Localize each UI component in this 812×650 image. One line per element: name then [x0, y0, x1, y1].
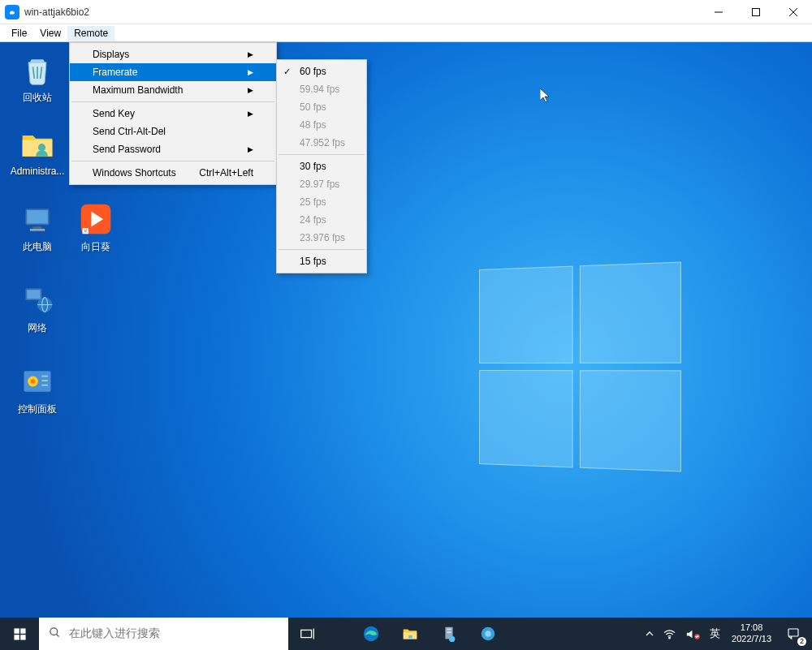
svg-point-17	[31, 379, 36, 384]
tray-time: 17:08	[741, 622, 763, 634]
notif-badge: 2	[797, 637, 806, 646]
submenu-arrow-icon: ▶	[248, 68, 253, 76]
svg-rect-13	[27, 290, 40, 299]
menu-separator	[71, 101, 274, 102]
tray-clock[interactable]: 17:08 2022/7/13	[725, 622, 778, 645]
taskbar-explorer[interactable]	[391, 618, 430, 650]
icon-label: 回收站	[23, 91, 52, 105]
svg-rect-42	[788, 629, 798, 636]
svg-point-37	[485, 631, 490, 636]
menu-item-maximum-bandwidth[interactable]: Maximum Bandwidth▶	[70, 81, 276, 99]
menu-separator	[279, 154, 365, 155]
svg-point-25	[50, 628, 58, 635]
folder-user-icon	[19, 127, 55, 162]
framerate-option: 29.97 fps	[277, 175, 366, 193]
pc-icon	[19, 201, 55, 237]
shortcut-label: Ctrl+Alt+Left	[199, 167, 253, 179]
app-icon	[5, 5, 19, 19]
menu-item-send-key[interactable]: Send Key▶	[70, 105, 276, 123]
remote-context-menu: Displays▶Framerate▶Maximum Bandwidth▶Sen…	[69, 42, 277, 185]
svg-rect-22	[20, 628, 25, 633]
desktop-icon-folder-user[interactable]: Administra...	[8, 127, 67, 177]
desktop-icon-app-orange[interactable]: 向日葵	[67, 201, 125, 254]
icon-label: Administra...	[11, 166, 65, 177]
framerate-option: 25 fps	[277, 193, 366, 211]
search-icon	[49, 626, 61, 641]
svg-rect-7	[27, 210, 48, 224]
svg-rect-33	[447, 629, 451, 631]
minimize-button[interactable]	[700, 0, 737, 24]
submenu-arrow-icon: ▶	[248, 50, 253, 58]
desktop-icon-pc[interactable]: 此电脑	[8, 201, 67, 254]
menu-item-send-password[interactable]: Send Password▶	[70, 140, 276, 158]
desktop-icon-recycle[interactable]: 回收站	[8, 52, 67, 105]
framerate-option: 23.976 fps	[277, 229, 366, 247]
menu-item-send-ctrl-alt-del[interactable]: Send Ctrl-Alt-Del	[70, 123, 276, 140]
menubar: File View Remote	[0, 24, 812, 42]
menu-remote[interactable]: Remote	[67, 26, 114, 41]
svg-rect-24	[20, 635, 25, 639]
taskbar: 在此键入进行搜索 英 17:08 2022/7/13 2	[0, 618, 812, 650]
svg-point-5	[38, 144, 45, 151]
svg-line-26	[56, 634, 58, 636]
svg-rect-1	[753, 8, 760, 15]
tray-notifications[interactable]: 2	[778, 618, 809, 650]
tray-overflow[interactable]	[641, 618, 659, 650]
svg-point-38	[669, 637, 671, 639]
task-view-button[interactable]	[288, 618, 327, 650]
svg-rect-18	[42, 376, 48, 377]
svg-rect-19	[42, 380, 48, 381]
menu-separator	[71, 161, 274, 161]
svg-rect-20	[42, 385, 48, 386]
framerate-submenu: ✓60 fps59.94 fps50 fps48 fps47.952 fps30…	[276, 59, 367, 273]
taskbar-app[interactable]	[469, 618, 508, 650]
svg-rect-9	[30, 229, 45, 231]
svg-rect-34	[447, 631, 451, 633]
search-placeholder: 在此键入进行搜索	[69, 626, 160, 641]
network-icon	[19, 282, 55, 318]
windows-logo	[479, 261, 681, 471]
menu-item-framerate[interactable]: Framerate▶	[70, 63, 276, 81]
icon-label: 向日葵	[81, 240, 110, 254]
svg-rect-27	[301, 630, 312, 637]
menu-view[interactable]: View	[33, 26, 67, 41]
icon-label: 此电脑	[23, 240, 52, 254]
close-button[interactable]	[775, 0, 812, 24]
framerate-option: 50 fps	[277, 98, 366, 116]
tray-ime[interactable]: 英	[705, 618, 725, 650]
submenu-arrow-icon: ▶	[248, 86, 253, 94]
taskbar-search[interactable]: 在此键入进行搜索	[39, 618, 288, 650]
svg-rect-8	[33, 226, 42, 229]
framerate-option[interactable]: 15 fps	[277, 252, 366, 270]
menu-separator	[279, 249, 365, 250]
menu-file[interactable]: File	[5, 26, 33, 41]
window-titlebar: win-attjak6bio2	[0, 0, 812, 24]
framerate-option[interactable]: 30 fps	[277, 157, 366, 175]
recycle-icon	[19, 52, 55, 88]
svg-rect-31	[408, 635, 412, 639]
framerate-option: 47.952 fps	[277, 134, 366, 152]
framerate-option: 59.94 fps	[277, 80, 366, 98]
framerate-option[interactable]: ✓60 fps	[277, 62, 366, 80]
icon-label: 控制面板	[18, 402, 57, 416]
app-orange-icon	[78, 201, 114, 237]
window-title: win-attjak6bio2	[24, 6, 89, 18]
taskbar-edge[interactable]	[352, 618, 391, 650]
svg-rect-21	[14, 628, 19, 633]
desktop-icon-network[interactable]: 网络	[8, 282, 67, 335]
tray-wifi-icon[interactable]	[659, 618, 680, 650]
maximize-button[interactable]	[737, 0, 775, 24]
icon-label: 网络	[28, 321, 47, 335]
control-icon	[19, 364, 55, 399]
svg-point-35	[449, 636, 455, 642]
start-button[interactable]	[0, 618, 39, 650]
tray-sound-icon[interactable]	[680, 618, 705, 650]
menu-item-displays[interactable]: Displays▶	[70, 45, 276, 63]
framerate-option: 24 fps	[277, 211, 366, 229]
taskbar-server[interactable]	[430, 618, 469, 650]
framerate-option: 48 fps	[277, 116, 366, 134]
desktop-icon-control[interactable]: 控制面板	[8, 364, 67, 416]
check-icon: ✓	[283, 67, 291, 77]
svg-rect-23	[14, 635, 19, 639]
menu-item-windows-shortcuts[interactable]: Windows ShortcutsCtrl+Alt+Left	[70, 164, 276, 182]
